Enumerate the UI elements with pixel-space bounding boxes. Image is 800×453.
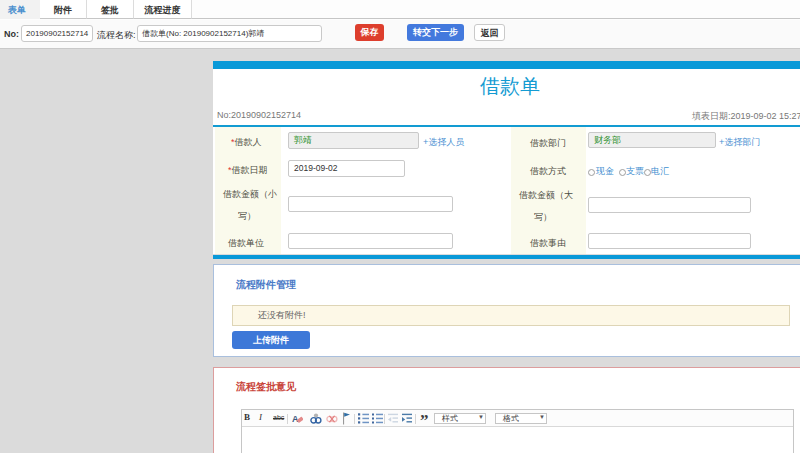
svg-text:A: A <box>292 414 299 424</box>
